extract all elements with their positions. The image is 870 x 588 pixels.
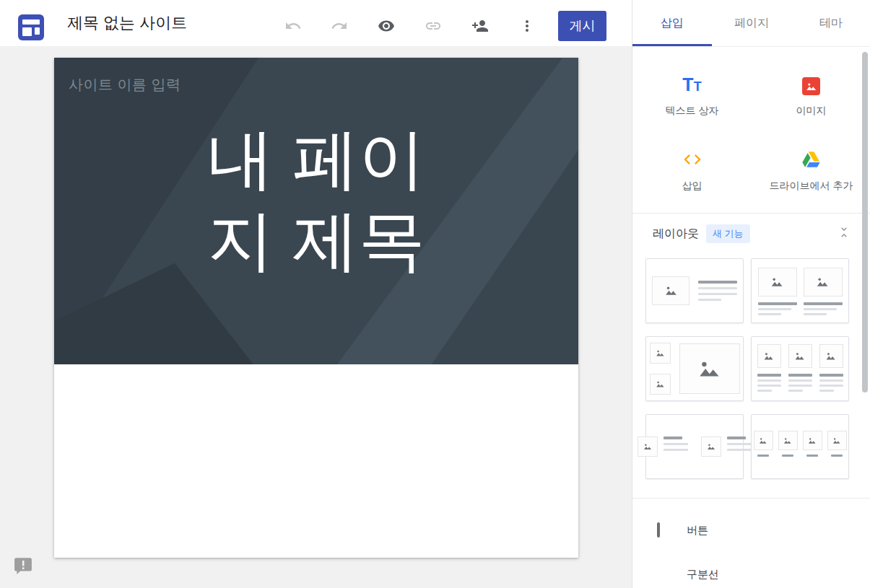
text-line <box>727 436 746 439</box>
preview-eye-icon <box>378 17 395 35</box>
image-stack <box>650 343 671 395</box>
tab-themes[interactable]: 테마 <box>791 0 870 46</box>
layouts-section-title: 레이아웃새 기능 <box>653 225 750 244</box>
image-placeholder <box>788 344 812 368</box>
text-line <box>819 374 843 377</box>
google-drive-icon <box>801 150 821 172</box>
feedback-button[interactable] <box>14 556 32 575</box>
more-vert-icon <box>518 17 536 35</box>
site-title-input[interactable]: 제목 없는 사이트 <box>67 0 187 46</box>
page-content-area[interactable] <box>54 364 578 558</box>
image-caption-group <box>803 431 822 478</box>
unfold-less-icon <box>837 225 851 240</box>
text-line <box>804 302 843 305</box>
layout-option-two-small-one-large[interactable] <box>645 336 744 401</box>
redo-button[interactable] <box>325 12 354 40</box>
sidebar-scrollbar[interactable] <box>862 52 868 392</box>
sidebar: 삽입 페이지 테마 TT 텍스트 상자 이미지 삽입 <box>632 0 870 588</box>
redo-icon <box>331 17 348 35</box>
image-caption-group <box>757 344 781 400</box>
undo-button[interactable] <box>279 12 308 40</box>
insert-text-box[interactable]: TT 텍스트 상자 <box>632 75 752 118</box>
layout-option-image-left-text-right[interactable] <box>645 258 744 323</box>
logo-shape <box>22 27 32 36</box>
text-line <box>788 385 812 387</box>
header-banner[interactable]: 사이트 이름 입력 내 페이 지 제목 <box>54 58 578 364</box>
image-placeholder <box>650 343 671 364</box>
insert-item-label: 텍스트 상자 <box>632 105 752 118</box>
text-line <box>782 455 793 457</box>
site-name-input[interactable]: 사이트 이름 입력 <box>69 75 181 95</box>
element-label: 구분선 <box>687 568 719 582</box>
text-line <box>757 374 781 377</box>
page-title-text[interactable]: 내 페이 지 제목 <box>54 118 578 281</box>
page-title-line: 내 페이 <box>54 118 578 200</box>
image-caption-group <box>827 431 847 478</box>
image-placeholder <box>679 343 740 394</box>
tab-insert[interactable]: 삽입 <box>632 0 712 46</box>
image-caption-group <box>758 268 797 322</box>
section-divider <box>632 498 870 499</box>
text-line <box>757 455 769 457</box>
editor-canvas-area: 사이트 이름 입력 내 페이 지 제목 <box>0 46 632 588</box>
share-button[interactable] <box>466 12 495 40</box>
sidebar-tabs: 삽입 페이지 테마 <box>632 0 870 47</box>
share-add-person-icon <box>471 17 489 35</box>
text-line <box>758 302 797 305</box>
image-placeholder <box>778 431 798 450</box>
sites-logo-icon[interactable] <box>18 14 44 40</box>
text-line <box>758 313 781 315</box>
more-menu-button[interactable] <box>513 12 541 40</box>
tab-pages[interactable]: 페이지 <box>712 0 791 46</box>
text-line <box>664 443 688 445</box>
image-placeholder <box>758 268 797 297</box>
insert-divider-element[interactable]: 구분선 <box>632 561 870 587</box>
layout-option-two-image-text-pairs[interactable] <box>645 414 744 479</box>
text-line <box>727 449 752 451</box>
text-line <box>788 374 812 377</box>
google-sites-editor: 제목 없는 사이트 게시 사이트 이름 입력 <box>0 0 870 588</box>
text-line <box>698 293 737 295</box>
insert-item-label: 이미지 <box>752 105 870 118</box>
layout-option-four-images-captions[interactable] <box>751 414 849 479</box>
insert-embed[interactable]: 삽입 <box>632 150 752 193</box>
layout-option-two-images-captions[interactable] <box>751 258 849 323</box>
section-divider <box>632 213 870 214</box>
image-caption-group <box>804 268 843 322</box>
text-line <box>664 449 688 451</box>
page-title-line: 지 제목 <box>54 200 578 281</box>
image-placeholder <box>827 431 847 450</box>
image-placeholder <box>757 344 781 368</box>
text-line <box>758 308 791 310</box>
logo-shape <box>22 19 40 25</box>
undo-icon <box>284 17 302 35</box>
page-canvas: 사이트 이름 입력 내 페이 지 제목 <box>54 58 578 558</box>
image-text-pair <box>701 436 752 457</box>
feedback-icon <box>14 556 32 575</box>
copy-link-button[interactable] <box>419 12 448 40</box>
publish-button[interactable]: 게시 <box>558 11 606 41</box>
image-placeholder <box>652 276 690 305</box>
image-placeholder <box>804 268 843 297</box>
layout-option-three-images-captions[interactable] <box>751 336 849 401</box>
insert-from-drive[interactable]: 드라이브에서 추가 <box>752 150 870 193</box>
insert-button-element[interactable]: 버튼 <box>632 517 870 543</box>
insert-item-label: 삽입 <box>632 180 752 193</box>
topbar: 제목 없는 사이트 게시 <box>0 0 632 46</box>
insert-image[interactable]: 이미지 <box>752 75 870 118</box>
new-feature-badge: 새 기능 <box>706 224 750 243</box>
text-line <box>788 379 812 382</box>
element-label: 버튼 <box>687 524 708 537</box>
text-line <box>664 436 682 439</box>
collapse-section-button[interactable] <box>837 225 851 240</box>
image-caption-group <box>819 344 843 400</box>
text-line <box>804 308 837 310</box>
active-tab-indicator <box>632 44 712 46</box>
image-caption-group <box>778 431 798 478</box>
text-line <box>698 281 737 284</box>
insert-item-label: 드라이브에서 추가 <box>752 180 870 193</box>
text-line <box>819 385 843 387</box>
text-box-icon: TT <box>682 75 701 97</box>
text-line <box>819 390 834 392</box>
preview-button[interactable] <box>372 12 401 40</box>
